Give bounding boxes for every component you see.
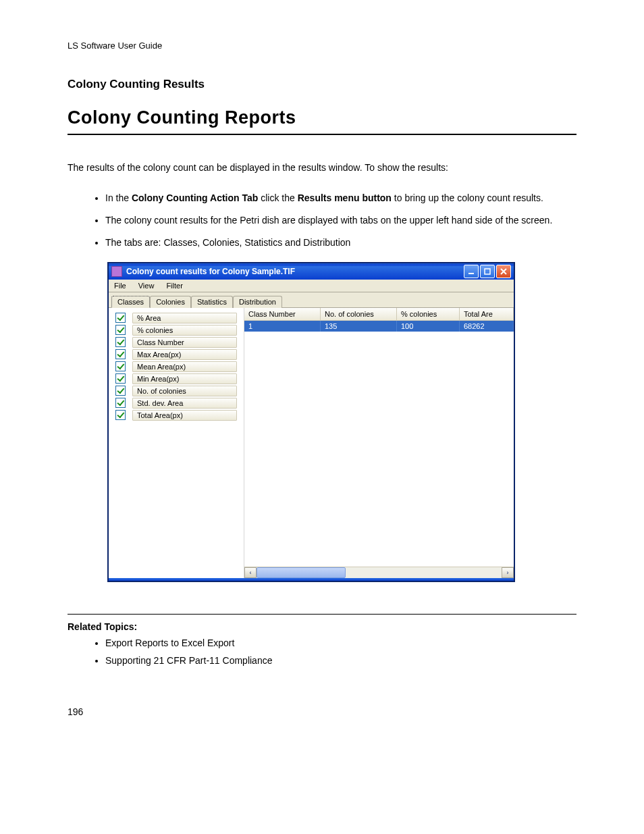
check-row: Min Area(px) [109, 373, 244, 385]
section-title: Colony Counting Results [68, 78, 576, 91]
check-row: Max Area(px) [109, 348, 244, 361]
scroll-thumb[interactable] [257, 567, 346, 578]
horizontal-scrollbar[interactable]: ‹ › [244, 567, 514, 578]
check-label[interactable]: % Area [132, 313, 237, 323]
cell: 100 [397, 321, 460, 332]
results-window: Colony count results for Colony Sample.T… [108, 263, 514, 581]
grid-header: Class Number No. of colonies % colonies … [244, 308, 514, 321]
checkbox-icon[interactable] [115, 398, 126, 408]
app-icon [111, 266, 122, 277]
intro-text: The results of the colony count can be d… [68, 162, 576, 173]
scroll-left-button[interactable]: ‹ [244, 567, 257, 578]
close-button[interactable] [496, 265, 511, 278]
checkbox-icon[interactable] [115, 410, 126, 420]
check-label[interactable]: Std. dev. Area [132, 398, 237, 409]
check-row: Total Area(px) [109, 409, 244, 421]
checkbox-icon[interactable] [115, 325, 126, 335]
field-checklist: % Area % colonies Class Number Max Area(… [109, 308, 244, 578]
col-header[interactable]: No. of colonies [321, 308, 397, 320]
text-bold: Colony Counting Action Tab [132, 192, 258, 203]
table-row[interactable]: 1 135 100 68262 [244, 321, 514, 332]
tab-colonies[interactable]: Colonies [150, 296, 191, 308]
data-grid: Class Number No. of colonies % colonies … [244, 308, 514, 578]
check-label[interactable]: Min Area(px) [132, 373, 237, 384]
tab-distribution[interactable]: Distribution [233, 296, 282, 308]
related-link[interactable]: Export Reports to Excel Export [105, 637, 576, 648]
instruction-list: In the Colony Counting Action Tab click … [68, 192, 576, 249]
col-header[interactable]: Class Number [244, 308, 321, 320]
menubar: File View Filter [109, 280, 514, 292]
check-label[interactable]: Class Number [132, 337, 237, 348]
tabbar: Classes Colonies Statistics Distribution [109, 292, 514, 308]
menu-filter[interactable]: Filter [166, 282, 182, 290]
minimize-button[interactable] [464, 265, 479, 278]
check-row: Mean Area(px) [109, 361, 244, 373]
checkbox-icon[interactable] [115, 313, 126, 323]
text: In the [105, 192, 132, 203]
text-bold: Results menu button [298, 192, 392, 203]
check-row: No. of colonies [109, 385, 244, 397]
checkbox-icon[interactable] [115, 361, 126, 371]
list-item: In the Colony Counting Action Tab click … [105, 192, 576, 205]
titlebar[interactable]: Colony count results for Colony Sample.T… [109, 263, 514, 280]
window-bottom-border [109, 578, 514, 581]
check-label[interactable]: Total Area(px) [132, 410, 237, 421]
svg-rect-0 [468, 273, 474, 274]
checkbox-icon[interactable] [115, 373, 126, 384]
scroll-right-button[interactable]: › [502, 567, 514, 578]
maximize-button[interactable] [480, 265, 495, 278]
checkbox-icon[interactable] [115, 349, 126, 359]
check-row: % colonies [109, 324, 244, 336]
check-label[interactable]: Max Area(px) [132, 349, 237, 360]
related-title: Related Topics: [68, 621, 576, 632]
svg-rect-1 [485, 269, 490, 274]
cell: 68262 [460, 321, 514, 332]
check-label[interactable]: Mean Area(px) [132, 361, 237, 372]
related-link[interactable]: Supporting 21 CFR Part-11 Compliance [105, 655, 576, 666]
checkbox-icon[interactable] [115, 386, 126, 396]
list-item: The colony count results for the Petri d… [105, 214, 576, 227]
work-area: % Area % colonies Class Number Max Area(… [109, 308, 514, 578]
grid-empty-area [244, 332, 514, 567]
check-row: Class Number [109, 336, 244, 348]
cell: 1 [244, 321, 321, 332]
tab-classes[interactable]: Classes [111, 296, 150, 308]
tab-statistics[interactable]: Statistics [191, 296, 233, 308]
page-title: Colony Counting Reports [68, 107, 576, 135]
doc-header: LS Software User Guide [68, 41, 576, 51]
check-row: Std. dev. Area [109, 397, 244, 409]
window-title: Colony count results for Colony Sample.T… [126, 267, 464, 276]
check-label[interactable]: No. of colonies [132, 386, 237, 396]
checkbox-icon[interactable] [115, 337, 126, 347]
related-topics: Related Topics: Export Reports to Excel … [68, 614, 576, 666]
col-header[interactable]: % colonies [397, 308, 460, 320]
text: click the [258, 192, 297, 203]
col-header[interactable]: Total Are [460, 308, 514, 320]
check-label[interactable]: % colonies [132, 325, 237, 336]
page-number: 196 [68, 706, 576, 717]
cell: 135 [321, 321, 397, 332]
check-row: % Area [109, 312, 244, 324]
menu-view[interactable]: View [138, 282, 155, 290]
text: to bring up the colony count results. [392, 192, 543, 203]
list-item: The tabs are: Classes, Colonies, Statist… [105, 236, 576, 249]
menu-file[interactable]: File [114, 282, 126, 290]
scroll-track[interactable] [257, 567, 502, 578]
